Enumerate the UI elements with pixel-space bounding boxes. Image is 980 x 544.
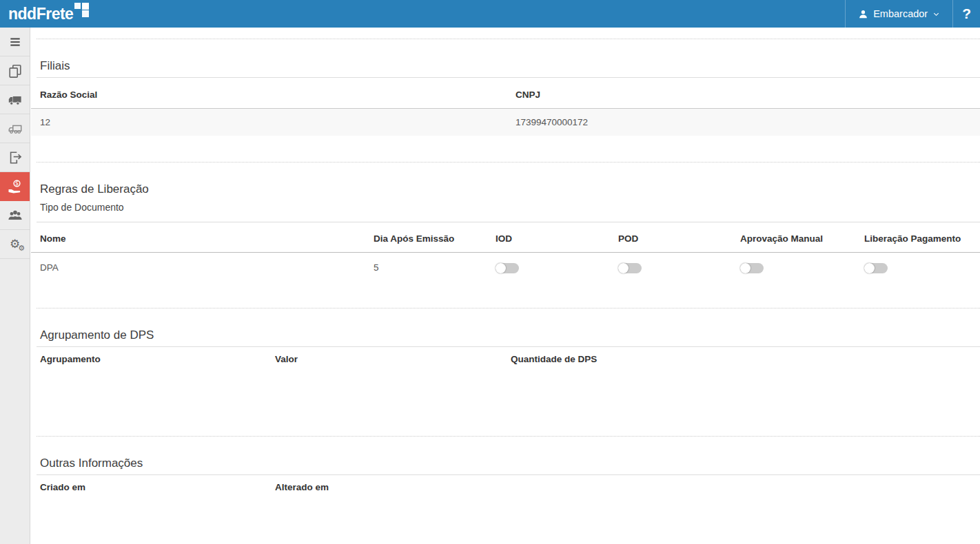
regras-col-nome: Nome <box>31 222 365 253</box>
sidebar-item-users[interactable] <box>0 201 30 230</box>
outras-col-criado-em: Criado em <box>31 475 266 498</box>
regras-table-row: DPA 5 <box>31 253 980 288</box>
sidebar-item-export[interactable] <box>0 143 30 172</box>
document-export-icon <box>8 150 23 165</box>
sidebar-item-settings[interactable]: ⚙⚙ <box>0 230 30 259</box>
filiais-table-row[interactable]: 12 17399470000172 <box>31 109 980 136</box>
truck-icon <box>7 92 23 107</box>
outras-section-header: Outras Informações <box>37 456 980 475</box>
filial-razao-social-value: 12 <box>31 109 507 136</box>
filial-cnpj-value: 17399470000172 <box>507 109 980 136</box>
documents-icon <box>8 63 23 79</box>
help-label: ? <box>962 6 971 22</box>
sidebar-item-truck[interactable] <box>0 85 30 114</box>
truck-outline-icon <box>7 121 23 136</box>
filiais-col-cnpj: CNPJ <box>507 78 980 109</box>
sidebar-item-documents[interactable] <box>0 56 30 85</box>
sidebar-item-payment-release[interactable]: $ <box>0 172 30 201</box>
agrupamento-col-quantidade: Quantidade de DPS <box>502 347 980 370</box>
regras-table: Nome Dia Após Emissão IOD POD Aprovação … <box>31 222 980 288</box>
app-logo[interactable]: nddFrete <box>8 2 89 25</box>
hand-coin-icon: $ <box>7 178 23 195</box>
regra-nome-value: DPA <box>31 253 365 288</box>
agrupamento-title: Agrupamento de DPS <box>40 328 980 342</box>
hamburger-icon <box>8 35 23 49</box>
app-logo-text: nddFrete <box>8 2 73 25</box>
regras-col-pod: POD <box>609 222 731 253</box>
liberacao-pagamento-toggle[interactable] <box>864 263 888 273</box>
user-icon <box>858 9 868 19</box>
section-divider <box>37 39 980 39</box>
outras-table: Criado em Alterado em <box>31 475 980 498</box>
app-header: nddFrete Embarcador ? <box>0 0 980 28</box>
agrupamento-section-header: Agrupamento de DPS <box>37 328 980 347</box>
regra-dia-apos-emissao-value: 5 <box>365 253 487 288</box>
outras-col-alterado-em: Alterado em <box>266 475 980 498</box>
svg-text:$: $ <box>14 180 18 187</box>
regras-col-aprovacao-manual: Aprovação Manual <box>731 222 855 253</box>
regras-col-iod: IOD <box>487 222 609 253</box>
regras-title: Regras de Liberação <box>40 182 980 196</box>
sidebar-item-truck-outline[interactable] <box>0 114 30 143</box>
section-divider <box>37 162 980 163</box>
regras-section-header: Regras de Liberação Tipo de Documento <box>37 182 980 222</box>
help-button[interactable]: ? <box>952 0 980 28</box>
agrupamento-col-valor: Valor <box>266 347 502 370</box>
iod-toggle[interactable] <box>496 263 519 273</box>
outras-title: Outras Informações <box>40 456 980 470</box>
sidebar: $ ⚙⚙ <box>0 28 30 544</box>
user-menu-label: Embarcador <box>873 8 928 19</box>
users-icon <box>7 208 23 223</box>
filiais-col-razao-social: Razão Social <box>31 78 507 109</box>
chevron-down-icon <box>932 10 940 18</box>
sidebar-item-menu[interactable] <box>0 28 30 56</box>
ndd-logo-mark-icon <box>74 3 89 17</box>
regras-col-liberacao-pagamento: Liberação Pagamento <box>855 222 980 253</box>
filiais-title: Filiais <box>40 59 980 73</box>
agrupamento-col-agrupamento: Agrupamento <box>31 347 266 370</box>
agrupamento-table: Agrupamento Valor Quantidade de DPS <box>31 347 980 370</box>
section-divider <box>37 308 980 308</box>
filiais-table: Razão Social CNPJ 12 17399470000172 <box>31 78 980 136</box>
filiais-section-header: Filiais <box>37 59 980 78</box>
pod-toggle[interactable] <box>618 263 642 273</box>
section-divider <box>37 436 980 437</box>
aprovacao-manual-toggle[interactable] <box>740 263 764 273</box>
regras-col-dia-apos-emissao: Dia Após Emissão <box>365 222 487 253</box>
gears-icon: ⚙⚙ <box>10 238 20 250</box>
regras-subtitle: Tipo de Documento <box>40 202 980 218</box>
main-content: Filiais Razão Social CNPJ 12 17399470000… <box>31 28 980 544</box>
user-menu-dropdown[interactable]: Embarcador <box>845 0 952 28</box>
